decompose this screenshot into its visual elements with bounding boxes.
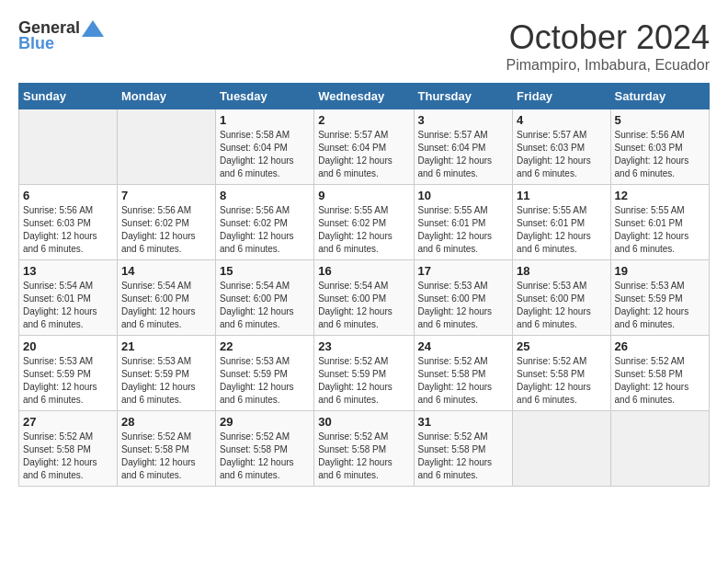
calendar-cell: 7Sunrise: 5:56 AMSunset: 6:02 PMDaylight…: [117, 185, 215, 260]
calendar-cell: 6Sunrise: 5:56 AMSunset: 6:03 PMDaylight…: [19, 185, 118, 260]
cell-info: Sunrise: 5:53 AMSunset: 5:59 PMDaylight:…: [615, 280, 705, 331]
day-number: 25: [517, 339, 606, 353]
cell-info: Sunrise: 5:55 AMSunset: 6:01 PMDaylight:…: [517, 204, 606, 256]
calendar-cell: 12Sunrise: 5:55 AMSunset: 6:01 PMDayligh…: [610, 185, 709, 260]
cell-info: Sunrise: 5:54 AMSunset: 6:00 PMDaylight:…: [121, 280, 211, 331]
day-number: 14: [121, 264, 211, 278]
cell-info: Sunrise: 5:53 AMSunset: 6:00 PMDaylight:…: [418, 280, 509, 331]
calendar-table: SundayMondayTuesdayWednesdayThursdayFrid…: [18, 83, 710, 487]
day-number: 11: [517, 189, 606, 202]
week-row-1: 1Sunrise: 5:58 AMSunset: 6:04 PMDaylight…: [19, 109, 710, 185]
day-number: 18: [517, 264, 606, 278]
header-wednesday: Wednesday: [314, 84, 414, 109]
calendar-cell: 29Sunrise: 5:52 AMSunset: 5:58 PMDayligh…: [215, 411, 313, 487]
day-number: 17: [418, 264, 509, 278]
days-header-row: SundayMondayTuesdayWednesdayThursdayFrid…: [19, 84, 710, 109]
header-sunday: Sunday: [19, 84, 118, 109]
day-number: 2: [318, 113, 409, 127]
day-number: 16: [318, 264, 409, 278]
cell-info: Sunrise: 5:53 AMSunset: 5:59 PMDaylight:…: [121, 355, 211, 407]
calendar-cell: 8Sunrise: 5:56 AMSunset: 6:02 PMDaylight…: [215, 185, 313, 260]
day-number: 24: [418, 339, 509, 353]
calendar-cell: 19Sunrise: 5:53 AMSunset: 5:59 PMDayligh…: [610, 260, 709, 336]
cell-info: Sunrise: 5:55 AMSunset: 6:01 PMDaylight:…: [615, 204, 705, 256]
cell-info: Sunrise: 5:53 AMSunset: 6:00 PMDaylight:…: [517, 280, 606, 331]
day-number: 27: [23, 415, 113, 429]
calendar-cell: 31Sunrise: 5:52 AMSunset: 5:58 PMDayligh…: [414, 411, 513, 487]
cell-info: Sunrise: 5:57 AMSunset: 6:04 PMDaylight:…: [418, 129, 509, 180]
day-number: 10: [418, 189, 509, 202]
calendar-cell: [19, 109, 118, 185]
calendar-cell: 16Sunrise: 5:54 AMSunset: 6:00 PMDayligh…: [314, 260, 414, 336]
day-number: 31: [418, 415, 509, 429]
calendar-cell: [610, 411, 709, 487]
cell-info: Sunrise: 5:52 AMSunset: 5:58 PMDaylight:…: [23, 431, 113, 482]
calendar-cell: 23Sunrise: 5:52 AMSunset: 5:59 PMDayligh…: [314, 336, 414, 411]
cell-info: Sunrise: 5:52 AMSunset: 5:59 PMDaylight:…: [318, 355, 409, 407]
calendar-cell: 4Sunrise: 5:57 AMSunset: 6:03 PMDaylight…: [513, 109, 610, 185]
day-number: 3: [418, 113, 509, 127]
cell-info: Sunrise: 5:54 AMSunset: 6:00 PMDaylight:…: [220, 280, 310, 331]
calendar-cell: 30Sunrise: 5:52 AMSunset: 5:58 PMDayligh…: [314, 411, 414, 487]
day-number: 15: [220, 264, 310, 278]
day-number: 6: [23, 189, 113, 202]
day-number: 30: [318, 415, 409, 429]
calendar-cell: 20Sunrise: 5:53 AMSunset: 5:59 PMDayligh…: [19, 336, 118, 411]
cell-info: Sunrise: 5:56 AMSunset: 6:02 PMDaylight:…: [121, 204, 211, 256]
calendar-cell: 17Sunrise: 5:53 AMSunset: 6:00 PMDayligh…: [414, 260, 513, 336]
cell-info: Sunrise: 5:55 AMSunset: 6:02 PMDaylight:…: [318, 204, 409, 256]
day-number: 4: [517, 113, 606, 127]
day-number: 29: [220, 415, 310, 429]
calendar-cell: 18Sunrise: 5:53 AMSunset: 6:00 PMDayligh…: [513, 260, 610, 336]
calendar-cell: 14Sunrise: 5:54 AMSunset: 6:00 PMDayligh…: [117, 260, 215, 336]
cell-info: Sunrise: 5:58 AMSunset: 6:04 PMDaylight:…: [220, 129, 310, 180]
cell-info: Sunrise: 5:54 AMSunset: 6:00 PMDaylight:…: [318, 280, 409, 331]
week-row-4: 20Sunrise: 5:53 AMSunset: 5:59 PMDayligh…: [19, 336, 710, 411]
calendar-cell: 11Sunrise: 5:55 AMSunset: 6:01 PMDayligh…: [513, 185, 610, 260]
day-number: 13: [23, 264, 113, 278]
week-row-5: 27Sunrise: 5:52 AMSunset: 5:58 PMDayligh…: [19, 411, 710, 487]
calendar-cell: 28Sunrise: 5:52 AMSunset: 5:58 PMDayligh…: [117, 411, 215, 487]
calendar-cell: 2Sunrise: 5:57 AMSunset: 6:04 PMDaylight…: [314, 109, 414, 185]
calendar-cell: 24Sunrise: 5:52 AMSunset: 5:58 PMDayligh…: [414, 336, 513, 411]
header: General Blue October 2024 Pimampiro, Imb…: [18, 18, 710, 74]
logo-icon: [82, 20, 104, 37]
day-number: 19: [615, 264, 705, 278]
week-row-2: 6Sunrise: 5:56 AMSunset: 6:03 PMDaylight…: [19, 185, 710, 260]
cell-info: Sunrise: 5:57 AMSunset: 6:04 PMDaylight:…: [318, 129, 409, 180]
cell-info: Sunrise: 5:56 AMSunset: 6:02 PMDaylight:…: [220, 204, 310, 256]
calendar-cell: 25Sunrise: 5:52 AMSunset: 5:58 PMDayligh…: [513, 336, 610, 411]
cell-info: Sunrise: 5:52 AMSunset: 5:58 PMDaylight:…: [121, 431, 211, 482]
day-number: 8: [220, 189, 310, 202]
calendar-cell: 21Sunrise: 5:53 AMSunset: 5:59 PMDayligh…: [117, 336, 215, 411]
cell-info: Sunrise: 5:56 AMSunset: 6:03 PMDaylight:…: [615, 129, 705, 180]
calendar-cell: 26Sunrise: 5:52 AMSunset: 5:58 PMDayligh…: [610, 336, 709, 411]
calendar-cell: 10Sunrise: 5:55 AMSunset: 6:01 PMDayligh…: [414, 185, 513, 260]
day-number: 23: [318, 339, 409, 353]
calendar-cell: [117, 109, 215, 185]
cell-info: Sunrise: 5:53 AMSunset: 5:59 PMDaylight:…: [220, 355, 310, 407]
day-number: 5: [615, 113, 705, 127]
day-number: 21: [121, 339, 211, 353]
day-number: 1: [220, 113, 310, 127]
week-row-3: 13Sunrise: 5:54 AMSunset: 6:01 PMDayligh…: [19, 260, 710, 336]
cell-info: Sunrise: 5:55 AMSunset: 6:01 PMDaylight:…: [418, 204, 509, 256]
calendar-cell: 5Sunrise: 5:56 AMSunset: 6:03 PMDaylight…: [610, 109, 709, 185]
header-thursday: Thursday: [414, 84, 513, 109]
cell-info: Sunrise: 5:52 AMSunset: 5:58 PMDaylight:…: [517, 355, 606, 407]
logo: General Blue: [18, 18, 106, 53]
day-number: 22: [220, 339, 310, 353]
day-number: 26: [615, 339, 705, 353]
day-number: 9: [318, 189, 409, 202]
calendar-cell: 1Sunrise: 5:58 AMSunset: 6:04 PMDaylight…: [215, 109, 313, 185]
cell-info: Sunrise: 5:52 AMSunset: 5:58 PMDaylight:…: [418, 431, 509, 482]
calendar-cell: 3Sunrise: 5:57 AMSunset: 6:04 PMDaylight…: [414, 109, 513, 185]
calendar-cell: 22Sunrise: 5:53 AMSunset: 5:59 PMDayligh…: [215, 336, 313, 411]
cell-info: Sunrise: 5:53 AMSunset: 5:59 PMDaylight:…: [23, 355, 113, 407]
calendar-cell: 9Sunrise: 5:55 AMSunset: 6:02 PMDaylight…: [314, 185, 414, 260]
day-number: 20: [23, 339, 113, 353]
header-tuesday: Tuesday: [215, 84, 313, 109]
logo-blue: Blue: [18, 34, 54, 53]
day-number: 28: [121, 415, 211, 429]
header-friday: Friday: [513, 84, 610, 109]
